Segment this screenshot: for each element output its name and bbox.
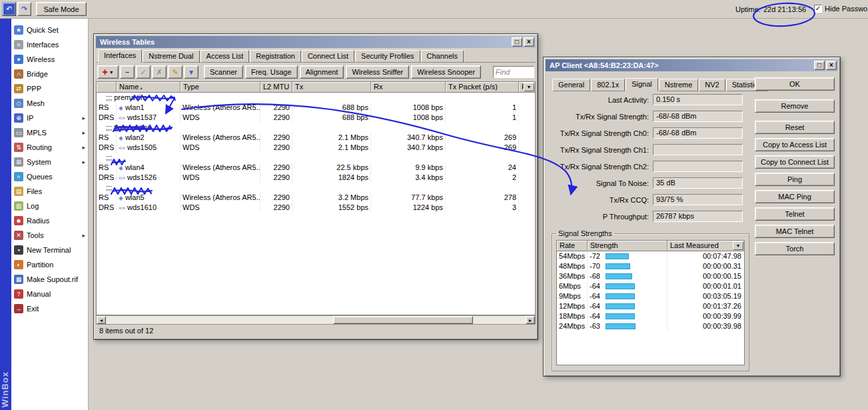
- mac-telnet-button[interactable]: MAC Telnet: [755, 225, 835, 238]
- signal-column-select-button[interactable]: ▼: [733, 241, 743, 250]
- column-header-flags[interactable]: [97, 82, 117, 92]
- column-header-name[interactable]: Name▴: [117, 82, 181, 92]
- sidebar-item-radius[interactable]: ☻Radius: [11, 213, 88, 228]
- column-header-rx[interactable]: Rx: [371, 82, 446, 92]
- tab-registration[interactable]: Registration: [250, 50, 301, 63]
- sidebar-item-ip[interactable]: ⊕IP▸: [11, 111, 88, 125]
- tab-connect-list[interactable]: Connect List: [302, 50, 354, 63]
- sidebar-item-mesh[interactable]: ◇Mesh: [11, 96, 88, 111]
- sidebar-item-queues[interactable]: ≈Queues: [11, 169, 88, 184]
- copy-to-connect-list-button[interactable]: Copy to Connect List: [755, 155, 835, 169]
- disable-button[interactable]: ✗: [152, 65, 167, 79]
- torch-button[interactable]: Torch: [755, 242, 835, 255]
- find-input[interactable]: [493, 66, 534, 78]
- sidebar-item-partition[interactable]: ◐Partition: [11, 257, 88, 272]
- table-row-comment[interactable]: ;;;: [97, 183, 535, 193]
- tab-general[interactable]: General: [552, 79, 590, 91]
- table-row[interactable]: RS◈wlan1Wireless (Atheros AR5...2290688 …: [97, 103, 535, 113]
- scrollbar-thumb[interactable]: [333, 316, 473, 324]
- freq-usage-button[interactable]: Freq. Usage: [245, 65, 298, 79]
- table-row-comment[interactable]: ;;; prema tim: [97, 93, 535, 103]
- sidebar-item-log[interactable]: ▥Log: [11, 199, 88, 213]
- signal-row[interactable]: 24Mbps-6300:00:39.98: [557, 321, 744, 331]
- signal-row[interactable]: 54Mbps-7200:07:47.98: [557, 251, 744, 261]
- sidebar-item-manual[interactable]: ?Manual: [11, 287, 88, 301]
- scroll-left-button[interactable]: ◄: [97, 316, 106, 324]
- sidebar-item-exit[interactable]: →Exit: [11, 301, 88, 316]
- sidebar-item-make-supout-rif[interactable]: ▦Make Supout.rif: [11, 272, 88, 287]
- signal-row[interactable]: 9Mbps-6400:03:05.19: [557, 291, 744, 301]
- signal-row[interactable]: 6Mbps-6400:00:01.01: [557, 281, 744, 291]
- column-header-type[interactable]: Type: [181, 82, 260, 92]
- filter-button[interactable]: ▼: [184, 65, 199, 79]
- signal-row[interactable]: 18Mbps-6400:00:39.99: [557, 311, 744, 321]
- undo-button[interactable]: ↶: [2, 2, 16, 16]
- close-button[interactable]: ×: [524, 37, 534, 47]
- sidebar-item-new-terminal[interactable]: ▪New Terminal: [11, 243, 88, 257]
- tab-channels[interactable]: Channels: [421, 50, 464, 63]
- table-row-comment[interactable]: ;;; tima vartica: [97, 123, 535, 133]
- restore-button[interactable]: □: [814, 61, 825, 70]
- sidebar-item-quick-set[interactable]: ★Quick Set: [11, 23, 88, 37]
- sidebar-item-system[interactable]: ⊞System▸: [11, 155, 88, 169]
- remove-button[interactable]: −: [120, 65, 135, 79]
- tab-nstreme-dual[interactable]: Nstreme Dual: [143, 50, 199, 63]
- tab-signal[interactable]: Signal: [626, 78, 658, 91]
- tab-nstreme[interactable]: Nstreme: [659, 79, 699, 91]
- close-button[interactable]: ×: [826, 61, 837, 70]
- sidebar-item-tools[interactable]: ✕Tools▸: [11, 228, 88, 243]
- sidebar-item-files[interactable]: ▤Files: [11, 184, 88, 199]
- column-header-tx-packet-p-s[interactable]: Tx Packet (p/s): [446, 82, 519, 92]
- alignment-button[interactable]: Alignment: [300, 65, 344, 79]
- wireless-snooper-button[interactable]: Wireless Snooper: [411, 65, 481, 79]
- comment-button[interactable]: ✎: [168, 65, 183, 79]
- sidebar-item-mpls[interactable]: ▭MPLS▸: [11, 125, 88, 140]
- remove-button[interactable]: Remove: [755, 99, 835, 113]
- table-row[interactable]: DRS«»wds1526WDS22901824 bps3.4 kbps2: [97, 173, 535, 183]
- hide-passwords-checkbox[interactable]: ✓: [814, 5, 822, 13]
- tab-security-profiles[interactable]: Security Profiles: [355, 50, 420, 63]
- ok-button[interactable]: OK: [755, 77, 835, 91]
- safe-mode-button[interactable]: Safe Mode: [36, 2, 87, 16]
- tab-interfaces[interactable]: Interfaces: [98, 49, 142, 63]
- table-row[interactable]: DRS«»wds1505WDS22902.1 Mbps340.7 kbps269: [97, 143, 535, 153]
- add-button[interactable]: + ▼: [97, 65, 119, 79]
- column-header-l2-mtu[interactable]: L2 MTU: [260, 82, 292, 92]
- redo-button[interactable]: ↷: [17, 2, 31, 16]
- table-row[interactable]: RS◈wlan5Wireless (Atheros AR5...22903.2 …: [97, 193, 535, 203]
- wireless-window-titlebar[interactable]: Wireless Tables □ ×: [96, 36, 536, 48]
- table-row[interactable]: RS◈wlan2Wireless (Atheros AR5...22902.1 …: [97, 133, 535, 143]
- table-row-comment[interactable]: ;;;: [97, 153, 535, 163]
- copy-to-access-list-button[interactable]: Copy to Access List: [755, 138, 835, 151]
- ap-window-titlebar[interactable]: AP Client <A8:54:B2:23:DA:47> □ ×: [546, 59, 838, 71]
- sidebar-item-ppp[interactable]: ⇄PPP: [11, 81, 88, 96]
- column-header-rate[interactable]: Rate: [557, 241, 588, 251]
- enable-button[interactable]: ✓: [136, 65, 151, 79]
- sidebar-item-bridge[interactable]: ∩Bridge: [11, 67, 88, 81]
- signal-row[interactable]: 12Mbps-6400:01:37.26: [557, 301, 744, 311]
- sidebar-item-label: Quick Set: [27, 26, 85, 34]
- wireless-sniffer-button[interactable]: Wireless Sniffer: [346, 65, 409, 79]
- reset-button[interactable]: Reset: [755, 121, 835, 134]
- mac-ping-button[interactable]: MAC Ping: [755, 190, 835, 203]
- column-header-tx[interactable]: Tx: [292, 82, 371, 92]
- table-row[interactable]: RS◈wlan4Wireless (Atheros AR5...229022.5…: [97, 163, 535, 173]
- sidebar-item-wireless[interactable]: ●Wireless: [11, 52, 88, 67]
- tab-nv2[interactable]: NV2: [699, 79, 725, 91]
- signal-row[interactable]: 36Mbps-6800:00:00.15: [557, 271, 744, 281]
- ping-button[interactable]: Ping: [755, 173, 835, 186]
- sidebar-item-interfaces[interactable]: ≡Interfaces: [11, 37, 88, 52]
- sidebar-item-routing[interactable]: ⇅Routing▸: [11, 140, 88, 155]
- column-header-strength[interactable]: Strength: [588, 241, 667, 251]
- restore-button[interactable]: □: [512, 37, 522, 47]
- table-row[interactable]: DRS«»wds1537WDS2290688 bps1008 bps1: [97, 113, 535, 123]
- tab-access-list[interactable]: Access List: [201, 50, 250, 63]
- signal-row[interactable]: 48Mbps-7000:00:00.31: [557, 261, 744, 271]
- column-select-button[interactable]: ▼: [524, 83, 534, 91]
- tab-802-1x[interactable]: 802.1x: [591, 79, 625, 91]
- telnet-button[interactable]: Telnet: [755, 207, 835, 221]
- scroll-right-button[interactable]: ►: [526, 316, 535, 324]
- horizontal-scrollbar[interactable]: ◄ ►: [96, 315, 536, 325]
- scanner-button[interactable]: Scanner: [204, 65, 243, 79]
- table-row[interactable]: DRS«»wds1610WDS22901552 bps1224 bps3: [97, 203, 535, 213]
